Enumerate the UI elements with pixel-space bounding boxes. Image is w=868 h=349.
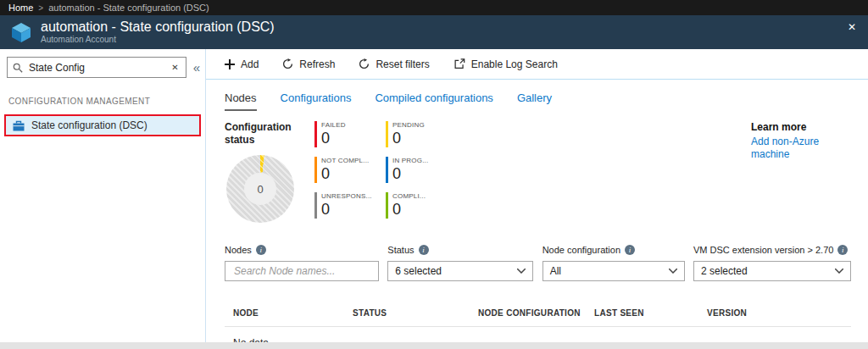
status-tile-in-progress: IN PROG... 0 (386, 157, 457, 192)
tab-compiled-configurations[interactable]: Compiled configurations (375, 91, 492, 111)
in-progress-color-bar (386, 157, 388, 183)
failed-color-bar (314, 121, 317, 147)
add-non-azure-machine-link[interactable]: Add non-Azure machine (751, 136, 836, 161)
status-tile-failed: FAILED 0 (314, 121, 386, 157)
add-button-label: Add (241, 58, 259, 70)
breadcrumb-separator: > (38, 3, 43, 13)
node-configuration-info-icon[interactable]: i (625, 245, 635, 255)
tab-gallery[interactable]: Gallery (517, 91, 552, 111)
breadcrumb-home-link[interactable]: Home (8, 3, 33, 13)
status-donut-chart: 0 (226, 155, 294, 223)
status-tiles: FAILED 0 PENDING 0 NOT (314, 121, 457, 228)
sidebar: ✕ « CONFIGURATION MANAGEMENT State confi… (0, 49, 206, 342)
refresh-icon (282, 58, 293, 69)
column-header-node: NODE (233, 308, 353, 318)
chevron-down-icon (517, 269, 526, 274)
table-header-row: NODE STATUS NODE CONFIGURATION LAST SEEN… (225, 308, 851, 327)
status-tile-not-compliant: NOT COMPL... 0 (314, 157, 386, 192)
state-configuration-icon (13, 120, 25, 131)
node-search-input[interactable] (232, 264, 371, 278)
sidebar-item-label: State configuration (DSC) (31, 119, 147, 131)
filters-row: Nodes i Status i 6 selected (206, 228, 868, 281)
configuration-status-section: Configuration status 0 FAILED 0 (206, 111, 868, 228)
donut-total: 0 (244, 173, 276, 205)
azure-portal-screen: Home > automation - State configuration … (0, 0, 868, 349)
reset-filters-button[interactable]: Reset filters (359, 58, 429, 70)
status-filter-label: Status (387, 245, 414, 255)
close-icon[interactable]: ✕ (848, 21, 856, 33)
enable-log-search-button[interactable]: Enable Log Search (453, 58, 558, 70)
breadcrumb: Home > automation - State configuration … (0, 0, 868, 15)
breadcrumb-current: automation - State configuration (DSC) (48, 3, 209, 13)
external-link-icon (453, 58, 465, 69)
not-compliant-color-bar (314, 157, 317, 183)
enable-log-search-label: Enable Log Search (471, 58, 558, 70)
vm-dsc-version-dropdown[interactable]: 2 selected (693, 261, 851, 281)
configuration-status-title: Configuration status (225, 121, 301, 147)
automation-account-icon (10, 21, 32, 43)
status-tile-unresponsive: UNRESPONS... 0 (314, 192, 386, 228)
main-content: Add Refresh (206, 49, 868, 342)
learn-more-label: Learn more (751, 121, 851, 134)
status-filter-dropdown[interactable]: 6 selected (387, 261, 533, 281)
tab-bar: Nodes Configurations Compiled configurat… (206, 80, 868, 111)
sidebar-section-label: CONFIGURATION MANAGEMENT (0, 78, 205, 114)
page-subtitle: Automation Account (41, 35, 275, 45)
collapse-sidebar-icon[interactable]: « (193, 61, 200, 74)
plus-icon (225, 59, 235, 69)
node-configuration-dropdown[interactable]: All (542, 261, 685, 281)
sidebar-item-state-configuration[interactable]: State configuration (DSC) (4, 114, 201, 136)
blade-header: automation - State configuration (DSC) A… (0, 15, 868, 49)
sidebar-search-input[interactable] (27, 61, 165, 75)
refresh-button-label: Refresh (299, 58, 335, 70)
node-configuration-filter-label: Node configuration (542, 245, 620, 255)
status-tile-compliant: COMPLI... 0 (386, 192, 457, 228)
refresh-button[interactable]: Refresh (282, 58, 335, 70)
unresponsive-color-bar (314, 192, 317, 219)
status-info-icon[interactable]: i (419, 245, 429, 255)
nodes-filter-label: Nodes (225, 245, 252, 255)
reset-filters-button-label: Reset filters (376, 58, 429, 70)
column-header-node-configuration: NODE CONFIGURATION (478, 308, 594, 318)
compliant-color-bar (386, 192, 388, 219)
pending-color-bar (386, 121, 388, 147)
status-tile-pending: PENDING 0 (386, 121, 457, 157)
column-header-status: STATUS (353, 308, 478, 318)
reset-filters-icon (359, 58, 370, 69)
column-header-version: VERSION (707, 308, 851, 318)
clear-search-icon[interactable]: ✕ (170, 63, 180, 72)
add-button[interactable]: Add (225, 58, 259, 70)
search-icon (13, 63, 23, 73)
bottom-strip (0, 342, 868, 349)
chevron-down-icon (835, 269, 843, 274)
vm-dsc-version-info-icon[interactable]: i (837, 245, 848, 255)
chevron-down-icon (669, 269, 677, 274)
tab-nodes[interactable]: Nodes (225, 91, 257, 111)
toolbar: Add Refresh (206, 49, 868, 80)
column-header-last-seen: LAST SEEN (594, 308, 707, 318)
vm-dsc-version-filter-label: VM DSC extension version > 2.70 (693, 245, 833, 255)
sidebar-search: ✕ (7, 57, 186, 78)
tab-configurations[interactable]: Configurations (281, 91, 352, 111)
nodes-info-icon[interactable]: i (256, 245, 266, 255)
page-title: automation - State configuration (DSC) (41, 19, 275, 35)
